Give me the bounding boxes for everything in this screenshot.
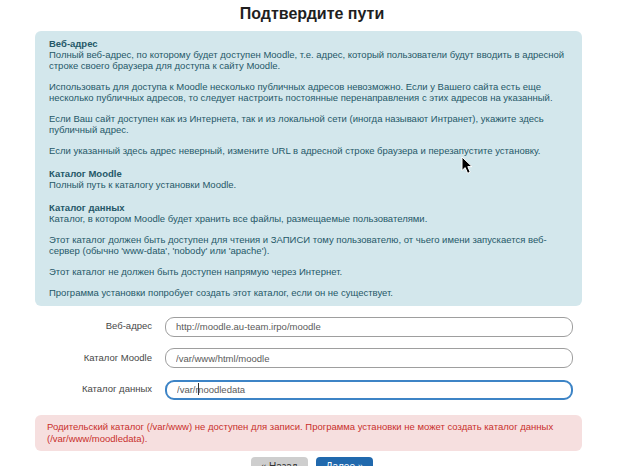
info-paragraph: Этот каталог должен быть доступен для чт…	[49, 234, 568, 256]
content: Веб-адрес Полный веб-адрес, по которому …	[35, 31, 582, 451]
page-title: Подтвердите пути	[0, 5, 624, 22]
data-dir-label: Каталог данных	[35, 379, 152, 399]
input-wrap	[165, 348, 573, 369]
input-wrap	[165, 379, 573, 400]
info-heading-data-dir: Каталог данных	[49, 202, 568, 213]
info-paragraph: Полный веб-адрес, по которому будет дост…	[49, 49, 568, 71]
install-confirm-paths-page: Подтвердите пути Веб-адрес Полный веб-ад…	[0, 5, 624, 466]
info-paragraph: Если указанный здесь адрес неверный, изм…	[49, 145, 568, 156]
form-row-moodle-dir: Каталог Moodle	[35, 348, 582, 369]
info-paragraph: Каталог, в котором Moodle будет хранить …	[49, 213, 568, 224]
text-caret	[198, 383, 199, 395]
info-paragraph: Если Ваш сайт доступен как из Интернета,…	[49, 113, 568, 135]
info-heading-moodle-dir: Каталог Moodle	[49, 168, 568, 179]
error-message: Родительский каталог (/var/www) не досту…	[47, 421, 553, 444]
paths-form: Веб-адрес Каталог Moodle Каталог данных	[35, 316, 582, 400]
info-heading-web-address: Веб-адрес	[49, 38, 568, 49]
wizard-nav-buttons: « Назад Далее »	[0, 457, 624, 466]
moodle-dir-label: Каталог Moodle	[35, 348, 152, 368]
back-button[interactable]: « Назад	[251, 457, 308, 466]
data-dir-input[interactable]	[165, 380, 573, 400]
web-address-input[interactable]	[165, 317, 573, 337]
input-wrap	[165, 316, 573, 337]
web-address-label: Веб-адрес	[35, 316, 152, 336]
info-paragraph: Программа установки попробует создать эт…	[49, 287, 568, 298]
info-paragraph: Полный путь к каталогу установки Moodle.	[49, 179, 568, 190]
form-row-data-dir: Каталог данных	[35, 379, 582, 400]
error-alert: Родительский каталог (/var/www) не досту…	[35, 415, 582, 451]
info-paragraph: Использовать для доступа к Moodle нескол…	[49, 81, 568, 103]
form-row-web-address: Веб-адрес	[35, 316, 582, 337]
next-button[interactable]: Далее »	[316, 457, 374, 466]
info-paragraph: Этот каталог не должен быть доступен нап…	[49, 266, 568, 277]
paths-info-box: Веб-адрес Полный веб-адрес, по которому …	[35, 31, 582, 306]
moodle-dir-input[interactable]	[165, 348, 573, 368]
